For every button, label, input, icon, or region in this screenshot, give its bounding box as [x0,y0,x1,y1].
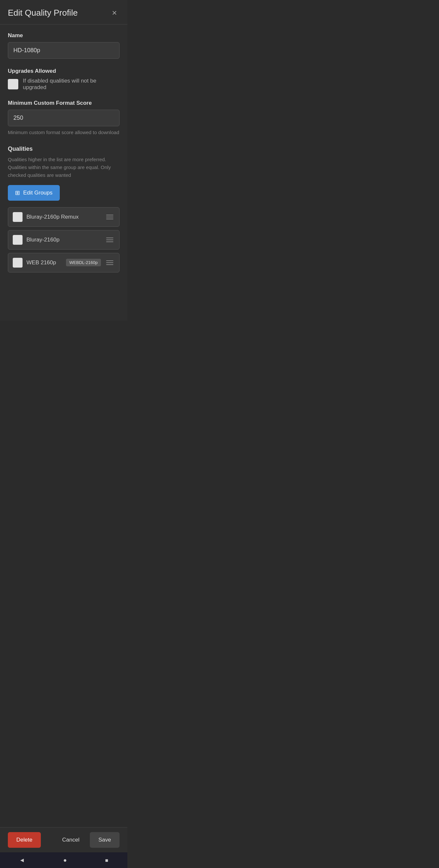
upgrades-label: Upgrades Allowed [8,68,120,74]
name-input[interactable] [8,42,120,59]
upgrades-checkbox-row: If disabled qualities will not be upgrad… [8,78,120,91]
quality-checkbox-3[interactable] [13,258,23,268]
drag-handle-1[interactable] [105,213,115,221]
min-score-input[interactable] [8,110,120,126]
qualities-label: Qualities [8,146,120,152]
modal-header: Edit Quality Profile × [0,0,127,25]
name-label: Name [8,32,120,39]
quality-item: WEB 2160p WEBDL-2160p [8,253,120,273]
quality-tooltip-3: WEBDL-2160p [66,259,101,266]
modal-title: Edit Quality Profile [8,8,78,18]
quality-item: Bluray-2160p Remux [8,207,120,227]
name-field-group: Name [8,32,120,59]
quality-name-3: WEB 2160p [26,259,62,266]
modal-body: Name Upgrades Allowed If disabled qualit… [0,25,127,321]
edit-groups-button[interactable]: ⊞ Edit Groups [8,185,60,201]
min-score-label: Minimum Custom Format Score [8,100,120,106]
qualities-desc: Qualities higher in the list are more pr… [8,156,120,179]
quality-checkbox-2[interactable] [13,235,23,245]
upgrades-field-group: Upgrades Allowed If disabled qualities w… [8,68,120,91]
quality-name-1: Bluray-2160p Remux [26,214,101,220]
drag-handle-2[interactable] [105,236,115,243]
min-score-helper: Minimum custom format score allowed to d… [8,129,120,136]
qualities-section: Qualities Qualities higher in the list a… [8,146,120,273]
quality-list: Bluray-2160p Remux Bluray-2160p [8,207,120,273]
quality-item: Bluray-2160p [8,230,120,250]
quality-checkbox-1[interactable] [13,212,23,222]
close-button[interactable]: × [110,7,120,18]
drag-handle-3[interactable] [105,259,115,266]
upgrades-checkbox[interactable] [8,79,18,89]
min-score-field-group: Minimum Custom Format Score Minimum cust… [8,100,120,136]
quality-name-2: Bluray-2160p [26,237,101,243]
upgrades-helper: If disabled qualities will not be upgrad… [23,78,120,91]
edit-groups-icon: ⊞ [15,189,20,196]
modal-container: Edit Quality Profile × Name Upgrades All… [0,0,127,321]
edit-groups-label: Edit Groups [23,190,53,196]
